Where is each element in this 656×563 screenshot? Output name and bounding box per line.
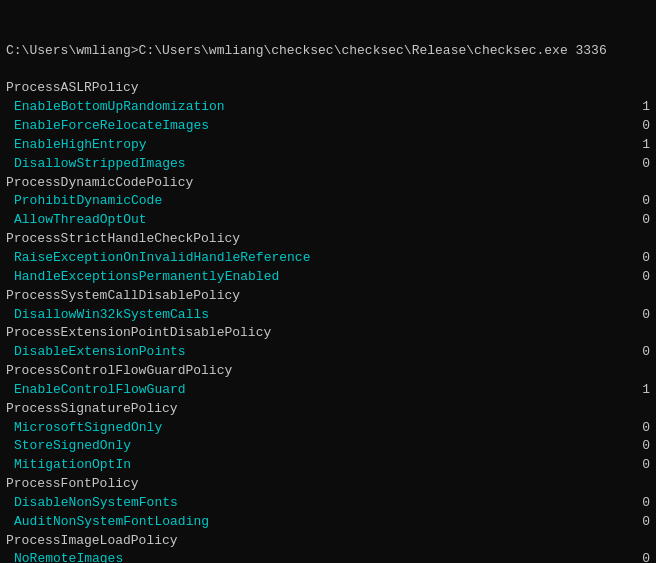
- policy-item-name: EnableForceRelocateImages: [6, 117, 209, 136]
- policy-item-name: NoRemoteImages: [6, 550, 123, 563]
- policy-header: ProcessImageLoadPolicy: [6, 532, 650, 551]
- policy-header: ProcessExtensionPointDisablePolicy: [6, 324, 650, 343]
- policy-item-name: EnableHighEntropy: [6, 136, 147, 155]
- policy-item-row: EnableHighEntropy1: [6, 136, 650, 155]
- policy-item-value: 0: [634, 306, 650, 325]
- policy-item-name: AllowThreadOptOut: [6, 211, 147, 230]
- policy-item-row: MicrosoftSignedOnly0: [6, 419, 650, 438]
- policy-item-row: DisableExtensionPoints0: [6, 343, 650, 362]
- policy-item-name: MicrosoftSignedOnly: [6, 419, 162, 438]
- policy-item-name: StoreSignedOnly: [6, 437, 131, 456]
- policy-item-value: 0: [634, 494, 650, 513]
- policy-item-name: HandleExceptionsPermanentlyEnabled: [6, 268, 279, 287]
- policy-item-name: MitigationOptIn: [6, 456, 131, 475]
- policy-item-name: DisallowStrippedImages: [6, 155, 186, 174]
- policy-item-value: 0: [634, 249, 650, 268]
- policy-item-value: 0: [634, 211, 650, 230]
- policy-item-value: 0: [634, 268, 650, 287]
- policy-item-row: DisallowStrippedImages0: [6, 155, 650, 174]
- policy-item-row: EnableBottomUpRandomization1: [6, 98, 650, 117]
- policy-item-name: DisallowWin32kSystemCalls: [6, 306, 209, 325]
- policy-item-name: EnableControlFlowGuard: [6, 381, 186, 400]
- policy-item-row: EnableControlFlowGuard1: [6, 381, 650, 400]
- policy-item-row: NoRemoteImages0: [6, 550, 650, 563]
- policy-item-value: 0: [634, 155, 650, 174]
- sections-container: ProcessASLRPolicyEnableBottomUpRandomiza…: [6, 79, 650, 563]
- policy-item-value: 1: [634, 136, 650, 155]
- policy-item-name: DisableExtensionPoints: [6, 343, 186, 362]
- policy-item-row: DisallowWin32kSystemCalls0: [6, 306, 650, 325]
- policy-item-row: StoreSignedOnly0: [6, 437, 650, 456]
- policy-item-row: AllowThreadOptOut0: [6, 211, 650, 230]
- policy-item-name: ProhibitDynamicCode: [6, 192, 162, 211]
- policy-item-value: 0: [634, 419, 650, 438]
- policy-header: ProcessControlFlowGuardPolicy: [6, 362, 650, 381]
- policy-item-name: DisableNonSystemFonts: [6, 494, 178, 513]
- policy-item-value: 0: [634, 343, 650, 362]
- command-line: C:\Users\wmliang>C:\Users\wmliang\checks…: [6, 42, 650, 61]
- policy-item-name: EnableBottomUpRandomization: [6, 98, 225, 117]
- policy-header: ProcessSignaturePolicy: [6, 400, 650, 419]
- policy-item-row: RaiseExceptionOnInvalidHandleReference0: [6, 249, 650, 268]
- policy-item-value: 0: [634, 192, 650, 211]
- policy-item-value: 0: [634, 550, 650, 563]
- policy-header: ProcessSystemCallDisablePolicy: [6, 287, 650, 306]
- policy-item-value: 0: [634, 117, 650, 136]
- policy-item-row: HandleExceptionsPermanentlyEnabled0: [6, 268, 650, 287]
- policy-item-row: AuditNonSystemFontLoading0: [6, 513, 650, 532]
- policy-header: ProcessFontPolicy: [6, 475, 650, 494]
- policy-item-value: 0: [634, 437, 650, 456]
- policy-item-value: 0: [634, 513, 650, 532]
- policy-header: ProcessStrictHandleCheckPolicy: [6, 230, 650, 249]
- policy-item-row: DisableNonSystemFonts0: [6, 494, 650, 513]
- policy-header: ProcessASLRPolicy: [6, 79, 650, 98]
- policy-item-row: MitigationOptIn0: [6, 456, 650, 475]
- policy-item-value: 1: [634, 98, 650, 117]
- policy-item-value: 1: [634, 381, 650, 400]
- terminal-output: C:\Users\wmliang>C:\Users\wmliang\checks…: [6, 4, 650, 79]
- policy-item-row: ProhibitDynamicCode0: [6, 192, 650, 211]
- policy-header: ProcessDynamicCodePolicy: [6, 174, 650, 193]
- policy-item-value: 0: [634, 456, 650, 475]
- policy-item-name: RaiseExceptionOnInvalidHandleReference: [6, 249, 310, 268]
- policy-item-row: EnableForceRelocateImages0: [6, 117, 650, 136]
- policy-item-name: AuditNonSystemFontLoading: [6, 513, 209, 532]
